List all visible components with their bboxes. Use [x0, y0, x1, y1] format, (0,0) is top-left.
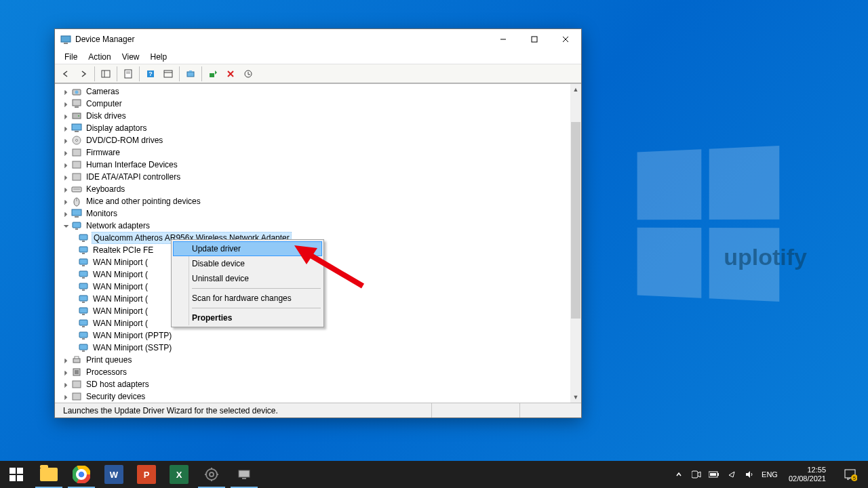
- svg-rect-50: [79, 283, 87, 289]
- tree-category-ide[interactable]: ⏵IDE ATA/ATAPI controllers: [55, 171, 570, 183]
- toolbar-help-button[interactable]: ?: [142, 66, 159, 82]
- tray-notifications[interactable]: 5: [837, 461, 864, 488]
- toolbar-update-driver-button[interactable]: [205, 66, 221, 82]
- security-icon: [71, 391, 82, 402]
- tree-label: WAN Miniport (: [92, 318, 149, 329]
- expand-icon[interactable]: ⏵: [62, 381, 71, 388]
- tree-label: Realtek PCIe FE: [92, 245, 155, 256]
- tree-category-hid[interactable]: ⏵Human Interface Devices: [55, 159, 570, 171]
- close-button[interactable]: [550, 29, 581, 49]
- expand-icon[interactable]: ⏷: [62, 222, 71, 230]
- taskbar-powerpoint[interactable]: P: [130, 461, 163, 488]
- expand-icon[interactable]: ⏵: [62, 88, 71, 96]
- tree-category-processors[interactable]: ⏵Processors: [55, 366, 570, 378]
- context-menu: Update driver Disable device Uninstall d…: [171, 239, 324, 327]
- ctx-separator: [192, 308, 321, 308]
- firmware-icon: [71, 147, 82, 158]
- expand-icon[interactable]: ⏵: [62, 149, 71, 157]
- desktop-windows-logo: [637, 146, 780, 302]
- sd-icon: [71, 379, 82, 390]
- minimize-button[interactable]: [488, 29, 519, 49]
- expand-icon[interactable]: ⏵: [62, 161, 71, 169]
- expand-icon[interactable]: ⏵: [62, 369, 71, 376]
- svg-rect-55: [82, 314, 85, 315]
- network-adapter-icon: [78, 330, 89, 341]
- expand-icon[interactable]: ⏵: [62, 210, 71, 218]
- tree-category-keyboards[interactable]: ⏵Keyboards: [55, 183, 570, 195]
- scroll-down-button[interactable]: ▼: [570, 392, 581, 403]
- tree-category-firmware[interactable]: ⏵Firmware: [55, 146, 570, 159]
- tree-category-network[interactable]: ⏷Network adapters: [55, 220, 570, 232]
- toolbar-uninstall-button[interactable]: [222, 66, 239, 82]
- scroll-up-button[interactable]: ▲: [570, 84, 581, 95]
- tray-clock[interactable]: 12:55 02/08/2021: [785, 466, 830, 483]
- tree-device-item[interactable]: WAN Miniport (PPTP): [55, 329, 570, 342]
- taskbar-device-manager[interactable]: [228, 461, 260, 488]
- toolbar-actions-button[interactable]: [160, 66, 176, 82]
- start-button[interactable]: [0, 461, 33, 488]
- tray-language[interactable]: ENG: [762, 470, 778, 479]
- expand-icon[interactable]: ⏵: [62, 186, 71, 193]
- toolbar-properties-button[interactable]: [120, 66, 136, 82]
- menu-view[interactable]: View: [117, 51, 145, 63]
- tree-label: Keyboards: [85, 184, 126, 195]
- tree-device-item[interactable]: WAN Miniport (SSTP): [55, 342, 570, 354]
- scroll-thumb[interactable]: [571, 122, 580, 319]
- expand-icon[interactable]: ⏵: [62, 198, 71, 205]
- tray-volume-icon[interactable]: [744, 469, 755, 480]
- tray-show-hidden-icon[interactable]: [673, 469, 684, 480]
- taskbar-word[interactable]: W: [98, 461, 130, 488]
- menu-action[interactable]: Action: [83, 51, 116, 63]
- maximize-button[interactable]: [519, 29, 550, 49]
- network-icon: [71, 220, 82, 231]
- titlebar[interactable]: Device Manager: [55, 29, 581, 49]
- taskbar-chrome[interactable]: [65, 461, 98, 488]
- watermark-text: uplotify: [724, 244, 807, 270]
- tree-category-mice[interactable]: ⏵Mice and other pointing devices: [55, 195, 570, 207]
- toolbar-disable-button[interactable]: [240, 66, 256, 82]
- ctx-scan-hardware[interactable]: Scan for hardware changes: [173, 291, 322, 306]
- tree-category-cameras[interactable]: ⏵Cameras: [55, 85, 570, 98]
- mouse-icon: [71, 196, 82, 207]
- toolbar-show-hide-console-button[interactable]: [98, 66, 114, 82]
- disk-icon: [71, 110, 82, 121]
- toolbar-scan-button[interactable]: [182, 66, 199, 82]
- tree-category-disk[interactable]: ⏵Disk drives: [55, 110, 570, 122]
- expand-icon[interactable]: ⏵: [62, 357, 71, 364]
- svg-rect-16: [189, 70, 192, 72]
- tray-battery-icon[interactable]: [709, 469, 719, 480]
- menu-help[interactable]: Help: [145, 51, 173, 63]
- tree-category-security[interactable]: ⏵Security devices: [55, 390, 570, 403]
- svg-rect-1: [64, 43, 68, 44]
- toolbar-back-button[interactable]: [58, 66, 74, 82]
- ctx-disable-device[interactable]: Disable device: [173, 256, 322, 271]
- ctx-update-driver[interactable]: Update driver: [173, 241, 322, 256]
- taskbar-settings[interactable]: [195, 461, 228, 488]
- svg-point-75: [210, 472, 214, 476]
- tray-network-icon[interactable]: [726, 469, 737, 480]
- tray-meet-now-icon[interactable]: [691, 469, 702, 480]
- tree-category-dvd[interactable]: ⏵DVD/CD-ROM drives: [55, 134, 570, 146]
- ctx-uninstall-device[interactable]: Uninstall device: [173, 271, 322, 286]
- ctx-properties[interactable]: Properties: [173, 310, 322, 325]
- vertical-scrollbar[interactable]: ▲ ▼: [570, 84, 581, 403]
- tree-category-sd[interactable]: ⏵SD host adapters: [55, 378, 570, 390]
- taskbar-excel[interactable]: X: [163, 461, 195, 488]
- tree-category-print[interactable]: ⏵Print queues: [55, 354, 570, 366]
- tree-category-display[interactable]: ⏵Display adaptors: [55, 122, 570, 134]
- tree-category-monitors[interactable]: ⏵Monitors: [55, 207, 570, 220]
- expand-icon[interactable]: ⏵: [62, 393, 71, 401]
- svg-rect-80: [239, 470, 250, 477]
- expand-icon[interactable]: ⏵: [62, 125, 71, 132]
- taskbar-file-explorer[interactable]: [33, 461, 65, 488]
- svg-rect-84: [717, 473, 719, 476]
- expand-icon[interactable]: ⏵: [62, 100, 71, 108]
- taskbar[interactable]: W P X ENG 12:55 02/08/2021 5: [0, 461, 868, 488]
- menu-file[interactable]: File: [59, 51, 83, 63]
- tree-category-computer[interactable]: ⏵Computer: [55, 98, 570, 110]
- toolbar-forward-button[interactable]: [75, 66, 92, 82]
- expand-icon[interactable]: ⏵: [62, 174, 71, 181]
- svg-rect-82: [692, 471, 698, 478]
- expand-icon[interactable]: ⏵: [62, 113, 71, 120]
- expand-icon[interactable]: ⏵: [62, 137, 71, 144]
